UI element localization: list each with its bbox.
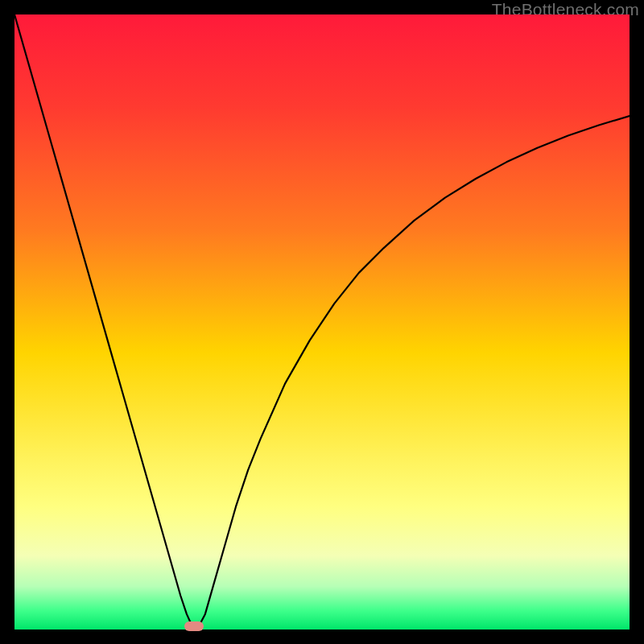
- plot-area: [14, 14, 630, 630]
- chart-stage: TheBottleneck.com: [0, 0, 644, 644]
- bottleneck-curve: [14, 14, 630, 630]
- optimum-marker: [184, 621, 204, 631]
